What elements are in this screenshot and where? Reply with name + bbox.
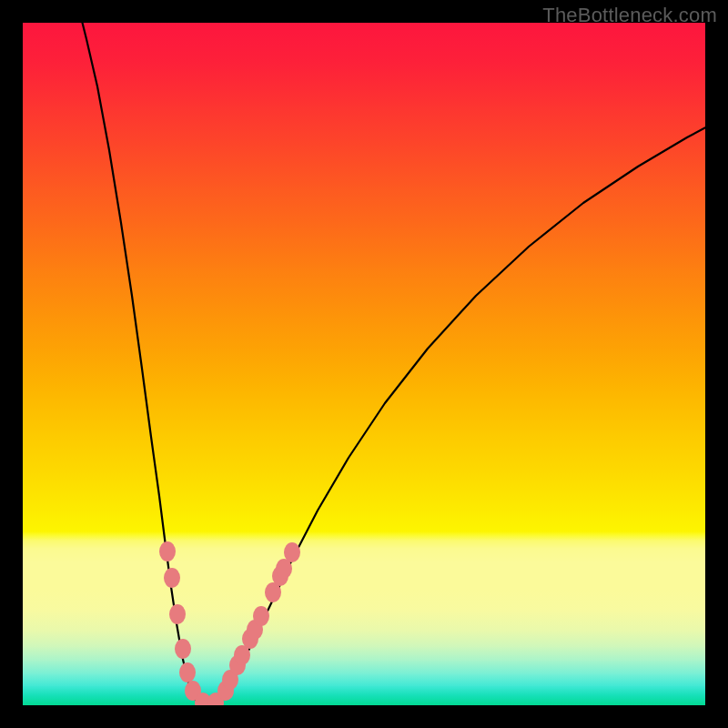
- data-marker: [284, 542, 300, 562]
- data-marker: [169, 604, 186, 624]
- data-marker: [164, 568, 180, 588]
- data-marker: [159, 541, 176, 561]
- data-marker: [175, 639, 191, 659]
- curve-layer: [23, 23, 705, 705]
- data-marker: [253, 606, 269, 626]
- chart-frame: TheBottleneck.com: [0, 0, 728, 728]
- right-curve: [205, 123, 705, 705]
- left-curve: [80, 23, 205, 705]
- data-marker: [179, 662, 196, 682]
- plot-area: [23, 23, 705, 705]
- watermark-text: TheBottleneck.com: [542, 4, 717, 27]
